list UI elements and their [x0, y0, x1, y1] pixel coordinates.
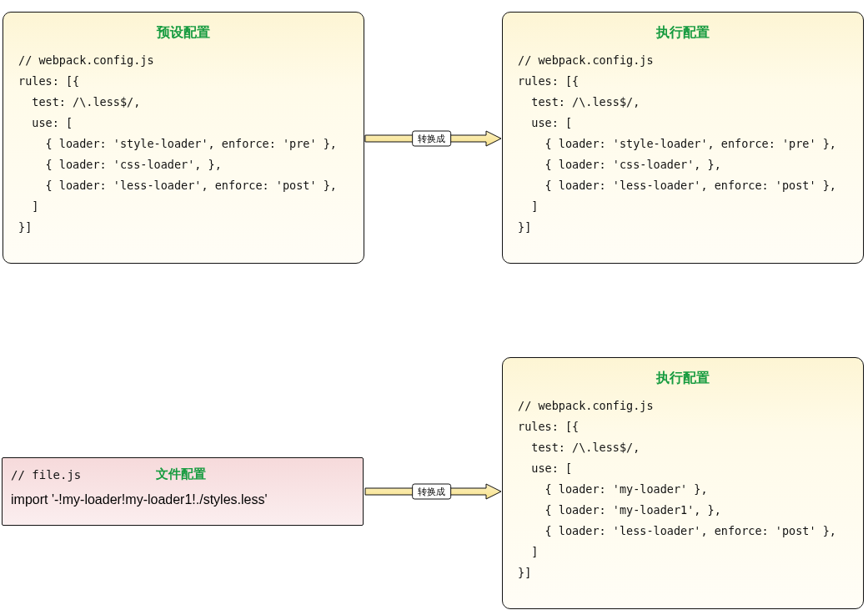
arrow-bottom: 转换成	[364, 482, 502, 501]
file-config-header: // file.js 文件配置	[3, 458, 363, 486]
preset-config-title: 预设配置	[3, 24, 364, 42]
arrow-top: 转换成	[364, 129, 502, 148]
preset-config-code: // webpack.config.js rules: [{ test: /\.…	[3, 50, 364, 251]
exec-config-top-box: 执行配置 // webpack.config.js rules: [{ test…	[502, 12, 864, 264]
exec-config-bottom-title: 执行配置	[503, 370, 863, 387]
file-config-code: import '-!my-loader!my-loader1!./styles.…	[3, 486, 363, 517]
file-config-box: // file.js 文件配置 import '-!my-loader!my-l…	[2, 457, 364, 526]
exec-config-bottom-box: 执行配置 // webpack.config.js rules: [{ test…	[502, 357, 864, 609]
preset-config-box: 预设配置 // webpack.config.js rules: [{ test…	[3, 12, 364, 264]
exec-config-bottom-code: // webpack.config.js rules: [{ test: /\.…	[503, 396, 863, 597]
file-config-title: 文件配置	[156, 466, 206, 482]
exec-config-top-code: // webpack.config.js rules: [{ test: /\.…	[503, 50, 863, 251]
arrow-bottom-label: 转换成	[412, 484, 451, 500]
exec-config-top-title: 执行配置	[503, 24, 863, 42]
arrow-top-label: 转换成	[412, 131, 451, 147]
file-name-comment: // file.js	[11, 468, 81, 481]
